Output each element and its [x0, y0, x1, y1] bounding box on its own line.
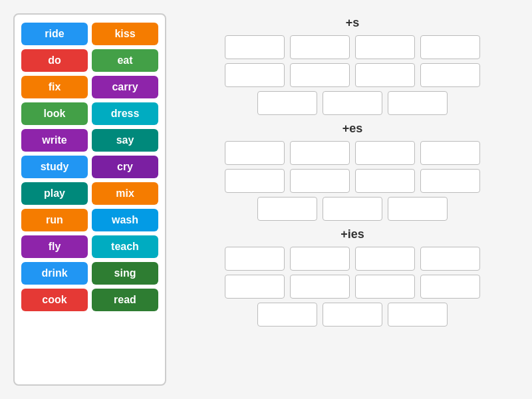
- drop-box[interactable]: [257, 197, 317, 221]
- drop-row: [225, 141, 480, 165]
- drop-box[interactable]: [420, 247, 480, 271]
- word-btn-cook[interactable]: cook: [21, 289, 88, 311]
- drop-box[interactable]: [355, 275, 415, 299]
- category-title: +ies: [340, 227, 364, 241]
- word-btn-ride[interactable]: ride: [21, 23, 88, 45]
- drop-row: [257, 91, 448, 115]
- categories-panel: +s+es+ies: [186, 13, 519, 327]
- drop-row: [225, 275, 480, 299]
- drop-box[interactable]: [225, 275, 285, 299]
- drop-box[interactable]: [355, 247, 415, 271]
- drop-box[interactable]: [355, 63, 415, 87]
- word-btn-dress[interactable]: dress: [92, 102, 158, 125]
- drop-box[interactable]: [257, 303, 317, 327]
- word-panel: ridekissdoeatfixcarrylookdresswritesayst…: [13, 13, 166, 386]
- drop-box[interactable]: [355, 169, 415, 193]
- drop-box[interactable]: [290, 63, 350, 87]
- word-btn-study[interactable]: study: [21, 156, 88, 178]
- drop-row: [225, 247, 480, 271]
- word-btn-mix[interactable]: mix: [92, 182, 158, 205]
- drop-box[interactable]: [225, 35, 285, 59]
- drop-box[interactable]: [323, 91, 382, 115]
- drop-box[interactable]: [290, 247, 350, 271]
- drop-box[interactable]: [355, 35, 415, 59]
- category-pluss: +s: [186, 16, 519, 115]
- drop-box[interactable]: [388, 91, 448, 115]
- drop-box[interactable]: [420, 169, 480, 193]
- drop-box[interactable]: [290, 141, 350, 165]
- drop-box[interactable]: [225, 169, 285, 193]
- word-btn-read[interactable]: read: [92, 289, 158, 311]
- drop-box[interactable]: [225, 141, 285, 165]
- drop-box[interactable]: [225, 63, 285, 87]
- drop-box[interactable]: [420, 275, 480, 299]
- drop-box[interactable]: [323, 303, 382, 327]
- drop-row: [257, 303, 448, 327]
- drop-box[interactable]: [388, 303, 448, 327]
- word-btn-eat[interactable]: eat: [92, 49, 158, 72]
- word-btn-look[interactable]: look: [21, 102, 88, 125]
- word-btn-carry[interactable]: carry: [92, 76, 158, 98]
- word-btn-drink[interactable]: drink: [21, 262, 88, 285]
- category-pluses: +es: [186, 122, 519, 221]
- drop-box[interactable]: [290, 35, 350, 59]
- drop-box[interactable]: [420, 141, 480, 165]
- word-btn-fly[interactable]: fly: [21, 235, 88, 258]
- category-plusies: +ies: [186, 227, 519, 327]
- drop-box[interactable]: [257, 91, 317, 115]
- word-btn-run[interactable]: run: [21, 209, 88, 231]
- word-btn-say[interactable]: say: [92, 129, 158, 152]
- category-title: +s: [346, 16, 360, 30]
- category-title: +es: [342, 122, 363, 136]
- drop-box[interactable]: [290, 169, 350, 193]
- word-btn-wash[interactable]: wash: [92, 209, 158, 231]
- drop-box[interactable]: [290, 275, 350, 299]
- drop-box[interactable]: [420, 35, 480, 59]
- word-btn-kiss[interactable]: kiss: [92, 23, 158, 45]
- drop-box[interactable]: [355, 141, 415, 165]
- drop-box[interactable]: [388, 197, 448, 221]
- drop-row: [225, 35, 480, 59]
- drop-row: [225, 63, 480, 87]
- drop-box[interactable]: [225, 247, 285, 271]
- drop-box[interactable]: [323, 197, 382, 221]
- word-btn-teach[interactable]: teach: [92, 235, 158, 258]
- drop-row: [225, 169, 480, 193]
- word-btn-write[interactable]: write: [21, 129, 88, 152]
- word-btn-sing[interactable]: sing: [92, 262, 158, 285]
- word-btn-fix[interactable]: fix: [21, 76, 88, 98]
- drop-row: [257, 197, 448, 221]
- word-btn-do[interactable]: do: [21, 49, 88, 72]
- drop-box[interactable]: [420, 63, 480, 87]
- word-btn-play[interactable]: play: [21, 182, 88, 205]
- word-btn-cry[interactable]: cry: [92, 156, 158, 178]
